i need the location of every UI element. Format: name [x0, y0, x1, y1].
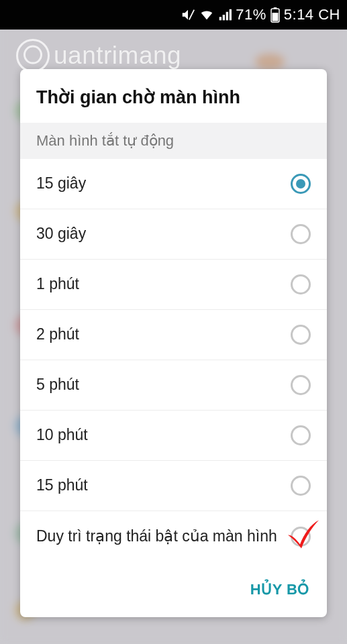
screen-timeout-dialog: Thời gian chờ màn hình Màn hình tắt tự đ…	[20, 69, 327, 617]
option-15m[interactable]: 15 phút	[20, 461, 327, 511]
option-keep-on[interactable]: Duy trì trạng thái bật của màn hình	[20, 511, 327, 561]
cell-signal-icon	[218, 8, 232, 21]
option-30s[interactable]: 30 giây	[20, 209, 327, 260]
option-1m[interactable]: 1 phút	[20, 260, 327, 310]
radio-icon	[291, 224, 311, 244]
option-label: 15 phút	[36, 466, 96, 505]
section-label: Màn hình tắt tự động	[20, 123, 327, 159]
battery-percent: 71%	[236, 6, 266, 23]
screen: 71% 5:14 CH uantrimang Thời gian chờ màn…	[0, 0, 347, 644]
option-label: 30 giây	[36, 215, 94, 254]
battery-icon	[270, 7, 280, 23]
radio-icon	[291, 325, 311, 345]
option-15s[interactable]: 15 giây	[20, 159, 327, 209]
wifi-icon	[199, 7, 214, 22]
radio-icon	[291, 476, 311, 496]
dialog-title: Thời gian chờ màn hình	[20, 69, 327, 123]
radio-icon	[291, 527, 311, 547]
radio-icon	[291, 425, 311, 445]
options-list: 15 giây 30 giây 1 phút 2 phút 5 phút 10	[20, 159, 327, 569]
option-10m[interactable]: 10 phút	[20, 411, 327, 461]
option-label: 15 giây	[36, 164, 94, 203]
option-label: 2 phút	[36, 315, 87, 354]
option-label: Duy trì trạng thái bật của màn hình	[36, 517, 285, 556]
option-label: 5 phút	[36, 366, 87, 405]
svg-rect-2	[272, 13, 278, 21]
svg-rect-1	[273, 7, 277, 9]
option-label: 1 phút	[36, 265, 87, 304]
dialog-actions: HỦY BỎ	[20, 569, 327, 617]
option-5m[interactable]: 5 phút	[20, 360, 327, 411]
cancel-button[interactable]: HỦY BỎ	[246, 574, 313, 605]
radio-icon	[291, 174, 311, 194]
radio-icon	[291, 274, 311, 294]
status-bar: 71% 5:14 CH	[0, 0, 347, 30]
option-2m[interactable]: 2 phút	[20, 310, 327, 360]
clock-text: 5:14 CH	[284, 6, 340, 23]
radio-icon	[291, 375, 311, 395]
volume-mute-icon	[181, 7, 195, 22]
option-label: 10 phút	[36, 416, 96, 455]
